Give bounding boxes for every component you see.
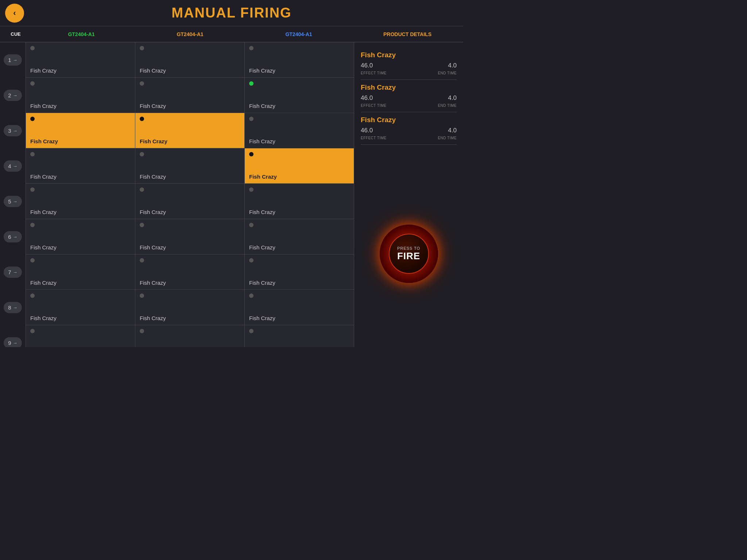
grid-cell-1-2[interactable]: Fish Crazy	[135, 42, 244, 78]
grid-cell-6-1[interactable]: Fish Crazy	[26, 219, 135, 254]
grid-cell-1-3[interactable]: Fish Crazy	[245, 42, 354, 78]
grid-cell-4-3[interactable]: Fish Crazy	[245, 148, 354, 184]
indicator-2-3	[249, 81, 253, 86]
cue-button-4[interactable]: 4→	[4, 160, 22, 172]
effect-time-label-1: EFFECT TIME	[361, 71, 387, 75]
grid-cell-3-1[interactable]: Fish Crazy	[26, 113, 135, 148]
product-name-1: Fish Crazy	[361, 51, 457, 59]
cue-button-7[interactable]: 7→	[4, 267, 22, 278]
end-time-label-2: End Time	[438, 104, 457, 108]
grid-cell-4-1[interactable]: Fish Crazy	[26, 148, 135, 184]
col-header-3: GT2404-A1	[244, 31, 353, 37]
grid-cell-9-3[interactable]: Fish Crazy	[245, 325, 354, 347]
grid-cell-1-1[interactable]: Fish Crazy	[26, 42, 135, 78]
grid-cell-2-2[interactable]: Fish Crazy	[135, 78, 244, 113]
indicator-8-1	[30, 293, 35, 298]
page-title: MANUAL FIRING	[24, 5, 439, 21]
grid-cell-2-3[interactable]: Fish Crazy	[245, 78, 354, 113]
cue-button-3[interactable]: 3→	[4, 125, 22, 136]
cue-cell-3: 3→	[0, 113, 26, 148]
stat-effect-2: 46.0 EFFECT TIME	[361, 94, 387, 108]
col-header-cue: CUE	[1, 31, 27, 37]
effect-time-label-2: EFFECT TIME	[361, 104, 387, 108]
indicator-9-2	[140, 329, 144, 333]
indicator-5-2	[140, 187, 144, 192]
end-time-label-1: End Time	[438, 71, 457, 75]
cue-column: 1→ 2→ 3→ 4→ 5→ 6→ 7→ 8→ 9→	[0, 42, 26, 347]
grid-cell-5-1[interactable]: Fish Crazy	[26, 184, 135, 219]
cue-button-9[interactable]: 9→	[4, 337, 22, 347]
grid-cell-3-3[interactable]: Fish Crazy	[245, 113, 354, 148]
indicator-5-3	[249, 187, 253, 192]
indicator-5-1	[30, 187, 35, 192]
grid-cell-9-2[interactable]: Fish Crazy	[135, 325, 244, 347]
cue-button-1[interactable]: 1→	[4, 54, 22, 66]
stat-effect-1: 46.0 EFFECT TIME	[361, 62, 387, 76]
cue-cell-9: 9→	[0, 325, 26, 347]
grid-cell-7-1[interactable]: Fish Crazy	[26, 254, 135, 290]
column-headers: CUE GT2404-A1 GT2404-A1 GT2404-A1 PRODUC…	[0, 26, 463, 42]
cell-label-4-2: Fish Crazy	[140, 174, 240, 180]
product-stats-2: 46.0 EFFECT TIME 4.0 End Time	[361, 94, 457, 108]
cell-label-2-2: Fish Crazy	[140, 103, 240, 109]
grid-cell-8-1[interactable]: Fish Crazy	[26, 290, 135, 325]
indicator-1-2	[140, 46, 144, 50]
main-content: 1→ 2→ 3→ 4→ 5→ 6→ 7→ 8→ 9→ Fish Crazy	[0, 42, 463, 347]
end-time-value-2: 4.0	[438, 94, 457, 102]
cue-cell-6: 6→	[0, 219, 26, 254]
cue-button-5[interactable]: 5→	[4, 196, 22, 207]
indicator-7-1	[30, 258, 35, 262]
col-header-product: PRODUCT DETAILS	[353, 31, 462, 37]
cue-cell-8: 8→	[0, 290, 26, 325]
grid-cell-3-2[interactable]: Fish Crazy	[135, 113, 244, 148]
indicator-3-2	[140, 117, 144, 121]
grid-column-3: Fish Crazy Fish Crazy Fish Crazy Fish Cr…	[244, 42, 354, 347]
grid-column-2: Fish Crazy Fish Crazy Fish Crazy Fish Cr…	[135, 42, 244, 347]
stat-effect-3: 46.0 EFFECT TIME	[361, 127, 387, 141]
cue-button-8[interactable]: 8→	[4, 302, 22, 313]
indicator-4-2	[140, 152, 144, 156]
cell-label-3-2: Fish Crazy	[140, 138, 240, 144]
cell-label-1-2: Fish Crazy	[140, 67, 240, 74]
indicator-4-3	[249, 152, 253, 156]
fire-button-inner: PRESS TO FIRE	[389, 234, 429, 274]
cue-cell-5: 5→	[0, 184, 26, 219]
indicator-9-3	[249, 329, 253, 333]
grid-cell-4-2[interactable]: Fish Crazy	[135, 148, 244, 184]
product-stats-1: 46.0 EFFECT TIME 4.0 End Time	[361, 62, 457, 76]
product-entry-1: Fish Crazy 46.0 EFFECT TIME 4.0 End Time	[361, 47, 457, 80]
indicator-6-2	[140, 223, 144, 227]
stat-end-3: 4.0 End Time	[438, 127, 457, 141]
cell-label-7-1: Fish Crazy	[30, 280, 131, 286]
grid-cell-6-2[interactable]: Fish Crazy	[135, 219, 244, 254]
grid-cell-6-3[interactable]: Fish Crazy	[245, 219, 354, 254]
grid-cell-8-3[interactable]: Fish Crazy	[245, 290, 354, 325]
cue-button-6[interactable]: 6→	[4, 231, 22, 242]
col-header-1: GT2404-A1	[27, 31, 136, 37]
indicator-1-3	[249, 46, 253, 50]
cue-cell-4: 4→	[0, 148, 26, 184]
cell-label-3-3: Fish Crazy	[249, 138, 349, 144]
col-header-2: GT2404-A1	[136, 31, 244, 37]
fire-button[interactable]: PRESS TO FIRE	[380, 225, 438, 283]
grid-cell-7-2[interactable]: Fish Crazy	[135, 254, 244, 290]
header: ‹ MANUAL FIRING	[0, 0, 463, 26]
back-button[interactable]: ‹	[5, 4, 24, 23]
indicator-6-1	[30, 223, 35, 227]
product-entry-3: Fish Crazy 46.0 EFFECT TIME 4.0 End Time	[361, 112, 457, 145]
cue-cell-7: 7→	[0, 254, 26, 290]
grid-cell-5-2[interactable]: Fish Crazy	[135, 184, 244, 219]
indicator-3-1	[30, 117, 35, 121]
cell-label-7-3: Fish Crazy	[249, 280, 349, 286]
grid-cell-7-3[interactable]: Fish Crazy	[245, 254, 354, 290]
indicator-8-3	[249, 293, 253, 298]
grid-cell-9-1[interactable]: Fish Crazy	[26, 325, 135, 347]
grid-cell-5-3[interactable]: Fish Crazy	[245, 184, 354, 219]
stat-end-1: 4.0 End Time	[438, 62, 457, 76]
grid-cell-2-1[interactable]: Fish Crazy	[26, 78, 135, 113]
indicator-4-1	[30, 152, 35, 156]
fire-button-section: PRESS TO FIRE	[361, 152, 457, 347]
grid-cell-8-2[interactable]: Fish Crazy	[135, 290, 244, 325]
indicator-6-3	[249, 223, 253, 227]
cue-button-2[interactable]: 2→	[4, 90, 22, 101]
